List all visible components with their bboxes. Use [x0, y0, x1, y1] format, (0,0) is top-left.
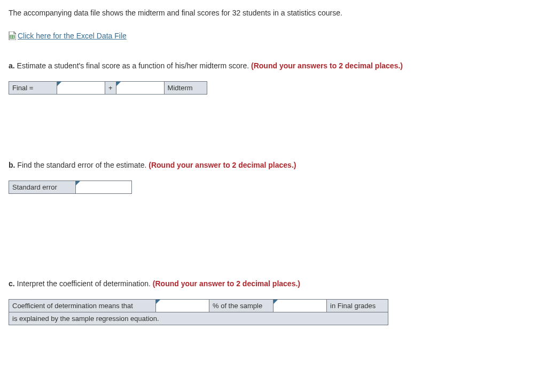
variation-select-input[interactable] [274, 300, 326, 312]
question-a: a. Estimate a student's final score as a… [9, 60, 538, 95]
spreadsheet-icon [9, 32, 16, 40]
input-corner-icon [76, 181, 80, 185]
prompt-c: Interpret the coefficient of determinati… [17, 279, 151, 288]
label-b: b. [9, 161, 15, 169]
input-corner-icon [57, 82, 61, 86]
prompt-b: Find the standard error of the estimate. [17, 161, 146, 169]
question-b-text: b. Find the standard error of the estima… [9, 160, 538, 171]
label-c: c. [9, 279, 15, 288]
final-equals-cell: Final = [9, 82, 57, 95]
excel-data-file-link[interactable]: Click here for the Excel Data File [18, 32, 127, 40]
coeff-text2-cell: % of the sample [209, 300, 274, 312]
equation-table-a: Final = + Midterm [9, 81, 207, 95]
plus-cell: + [105, 82, 116, 95]
question-c-text: c. Interpret the coefficient of determin… [9, 278, 538, 289]
question-b: b. Find the standard error of the estima… [9, 160, 538, 194]
stderr-label-cell: Standard error [9, 181, 76, 194]
intro-text: The accompanying data file shows the mid… [9, 7, 538, 19]
round-c: (Round your answer to 2 decimal places.) [153, 279, 300, 288]
input-corner-icon [274, 300, 278, 304]
midterm-cell: Midterm [164, 82, 207, 95]
input-corner-icon [156, 300, 160, 304]
intercept-input[interactable] [57, 82, 105, 94]
round-b: (Round your answer to 2 decimal places.) [149, 161, 296, 169]
coeff-table-c: Coefficient of determination means that … [9, 299, 388, 325]
stderr-table-b: Standard error [9, 181, 132, 194]
stderr-input[interactable] [76, 181, 131, 193]
round-a: (Round your answers to 2 decimal places.… [251, 61, 403, 70]
prompt-a: Estimate a student's final score as a fu… [17, 61, 249, 70]
percent-input[interactable] [156, 300, 209, 312]
coeff-text1-cell: Coefficient of determination means that [9, 300, 156, 312]
slope-input[interactable] [116, 82, 164, 94]
coeff-text4-cell: is explained by the sample regression eq… [9, 312, 388, 325]
file-link-row: Click here for the Excel Data File [9, 32, 538, 40]
question-c: c. Interpret the coefficient of determin… [9, 278, 538, 325]
question-a-text: a. Estimate a student's final score as a… [9, 60, 538, 72]
input-corner-icon [116, 82, 121, 86]
label-a: a. [9, 61, 15, 70]
coeff-text3-cell: in Final grades [327, 300, 388, 312]
